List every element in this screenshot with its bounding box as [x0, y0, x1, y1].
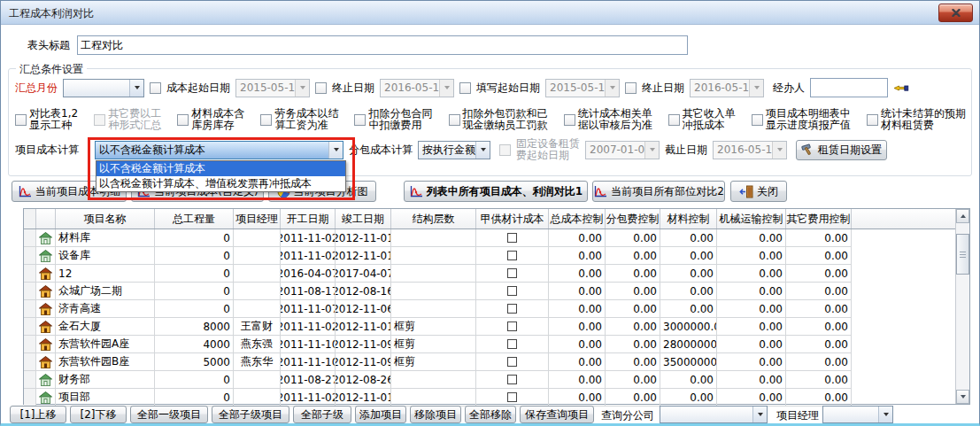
date-filter-4-combo[interactable]: 2016-05-18 [690, 79, 764, 97]
table-row[interactable]: 项目部02011-11-022012-11-010.000.000.000.00… [24, 389, 955, 407]
table-row[interactable]: 众城广场二期02011-08-172012-08-160.000.000.000… [24, 283, 955, 300]
all-level1-projects-button[interactable]: 全部一级项目 [130, 406, 208, 423]
owner-material-checkbox[interactable] [507, 339, 517, 349]
cost-calc-dropdown-list[interactable]: 以不含税金额计算成本以含税金额计算成本、增值税发票再冲抵成本 [96, 160, 346, 192]
column-header[interactable]: 项目经理 [234, 209, 281, 228]
row-selector-cell[interactable] [24, 229, 36, 247]
scroll-up-arrow-icon[interactable] [956, 209, 969, 223]
checkbox-box[interactable] [449, 114, 460, 126]
column-header[interactable]: 总成本控制 [549, 209, 606, 228]
table-row[interactable]: 财务部02011-08-272012-08-260.000.000.000.00… [24, 371, 955, 389]
branch-query-combo[interactable] [660, 406, 768, 423]
titlebar[interactable]: 工程成本利润对比 [1, 1, 979, 25]
column-header[interactable]: 机械运输控制 [717, 209, 786, 228]
column-header[interactable]: 开工日期 [281, 209, 336, 228]
option-checkbox-7[interactable]: 统计成本相关单据以审核后为准 [564, 108, 652, 131]
all-child-projects-button[interactable]: 全部子级项目 [212, 406, 289, 423]
column-header[interactable]: 其它费用控制 [786, 209, 852, 228]
table-row[interactable]: 东营软件园A座4000燕东强2011-11-102012-11-09框剪0.00… [24, 336, 955, 353]
header-title-input[interactable] [77, 35, 688, 55]
chevron-down-icon[interactable] [475, 142, 490, 159]
cell-owner-material-checked[interactable] [476, 353, 549, 371]
table-row[interactable]: 金石大厦8000王富财2011-11-022012-11-01框剪0.000.0… [24, 318, 955, 336]
column-header[interactable]: 项目名称 [56, 209, 155, 228]
date-filter-2-combo[interactable]: 2016-05-18 [380, 79, 454, 97]
row-selector-cell[interactable] [24, 353, 36, 371]
owner-material-checkbox[interactable] [507, 304, 517, 314]
chevron-down-icon[interactable] [129, 80, 143, 97]
checkbox-box[interactable] [94, 114, 105, 126]
option-checkbox-3[interactable]: 材料成本含库房库存 [177, 108, 244, 131]
subcontract-calc-combo[interactable]: 按执行金额 [418, 141, 490, 159]
cell-owner-material-checked[interactable] [476, 336, 549, 353]
all-projects-cost-profit-compare1-button[interactable]: 列表中所有项目成本、利润对比1 [404, 181, 588, 202]
checkbox-box[interactable] [867, 114, 878, 126]
row-selector-cell[interactable] [24, 247, 36, 265]
owner-material-checkbox[interactable] [507, 357, 517, 367]
option-checkbox-9[interactable]: 项目成本明细表中显示进度填报产值 [752, 108, 851, 131]
column-header[interactable]: 竣工日期 [336, 209, 391, 228]
add-project-button[interactable]: 添加项目 [355, 406, 406, 423]
row-selector-cell[interactable] [24, 265, 36, 283]
table-row[interactable]: 东营软件园B座5000燕东华2011-11-102012-11-09框剪0.00… [24, 353, 955, 371]
option-checkbox-4[interactable]: 劳务成本以结算工资为准 [260, 108, 338, 131]
date-filter-2-checkbox[interactable] [315, 82, 327, 94]
checkbox-box[interactable] [354, 114, 366, 126]
owner-material-checkbox[interactable] [507, 392, 517, 402]
cell-owner-material-checked[interactable] [476, 389, 549, 407]
month-combo[interactable] [63, 79, 144, 97]
lease-start-date-combo[interactable]: 2007-01-01 [585, 141, 660, 159]
cell-owner-material-checked[interactable] [476, 300, 549, 318]
checkbox-box[interactable] [260, 114, 272, 126]
column-header[interactable]: 材料控制 [660, 209, 717, 228]
chevron-down-icon[interactable] [878, 407, 892, 422]
remove-all-button[interactable]: 全部移除 [465, 406, 516, 423]
owner-material-checkbox[interactable] [507, 268, 517, 278]
owner-material-checkbox[interactable] [507, 321, 517, 331]
table-row[interactable]: 1202016-04-072017-04-070.000.000.000.000… [24, 265, 955, 283]
cell-owner-material-checked[interactable] [476, 265, 549, 283]
chevron-down-icon[interactable] [752, 407, 767, 422]
project-manager-combo[interactable] [822, 406, 893, 423]
option-checkbox-5[interactable]: 扣除分包合同中扣缴费用 [354, 108, 432, 131]
table-row[interactable]: 设备库02011-11-022012-11-010.000.000.000.00… [24, 247, 955, 265]
scroll-down-arrow-icon[interactable] [956, 390, 969, 404]
cell-owner-material-checked[interactable] [476, 229, 549, 247]
date-filter-1-combo[interactable]: 2015-05-19 [235, 79, 310, 97]
cell-owner-material-checked[interactable] [476, 283, 549, 300]
cell-owner-material-checked[interactable] [476, 318, 549, 336]
agent-input[interactable] [810, 78, 888, 97]
checkbox-box[interactable] [752, 114, 763, 126]
row-selector-cell[interactable] [24, 318, 36, 336]
dropdown-option[interactable]: 以含税金额计算成本、增值税发票再冲抵成本 [96, 176, 345, 191]
row-selector-cell[interactable] [24, 283, 36, 300]
vertical-scrollbar[interactable] [955, 209, 969, 404]
row-selector-cell[interactable] [24, 336, 36, 353]
row-selector-cell[interactable] [24, 300, 36, 318]
column-header[interactable]: 结构层数 [391, 209, 476, 228]
equipment-lease-checkbox[interactable] [499, 144, 511, 156]
lease-end-date-combo[interactable]: 2016-05-18 [713, 141, 787, 159]
hand-pointer-icon[interactable] [893, 81, 909, 95]
option-checkbox-1[interactable]: 对比表1,2显示工种 [15, 108, 78, 131]
date-filter-4-checkbox[interactable] [625, 82, 637, 94]
current-project-all-parts-compare2-button[interactable]: 当前项目所有部位对比2 [592, 181, 725, 202]
date-filter-3-combo[interactable]: 2015-05-19 [545, 79, 620, 97]
option-checkbox-2[interactable]: 其它费以工种形式汇总 [94, 108, 161, 131]
checkbox-box[interactable] [668, 114, 680, 126]
owner-material-checkbox[interactable] [507, 233, 517, 243]
option-checkbox-10[interactable]: 统计未结算的预期材料租赁费 [867, 108, 966, 131]
table-row[interactable]: 材料库02011-11-022012-11-010.000.000.000.00… [24, 229, 955, 247]
cell-owner-material-checked[interactable] [476, 247, 549, 265]
scrollbar-thumb[interactable] [956, 234, 969, 275]
column-header[interactable]: 分包费控制 [606, 209, 660, 228]
checkbox-box[interactable] [15, 114, 27, 126]
date-filter-1-checkbox[interactable] [150, 82, 161, 94]
checkbox-box[interactable] [177, 114, 189, 126]
owner-material-checkbox[interactable] [507, 251, 517, 260]
close-button[interactable] [938, 4, 973, 22]
table-row[interactable]: 济青高速02011-11-072012-11-060.000.000.000.0… [24, 300, 955, 318]
row-selector-cell[interactable] [24, 371, 36, 389]
column-header[interactable]: 总工程量 [155, 209, 234, 228]
remove-project-button[interactable]: 移除项目 [410, 406, 461, 423]
